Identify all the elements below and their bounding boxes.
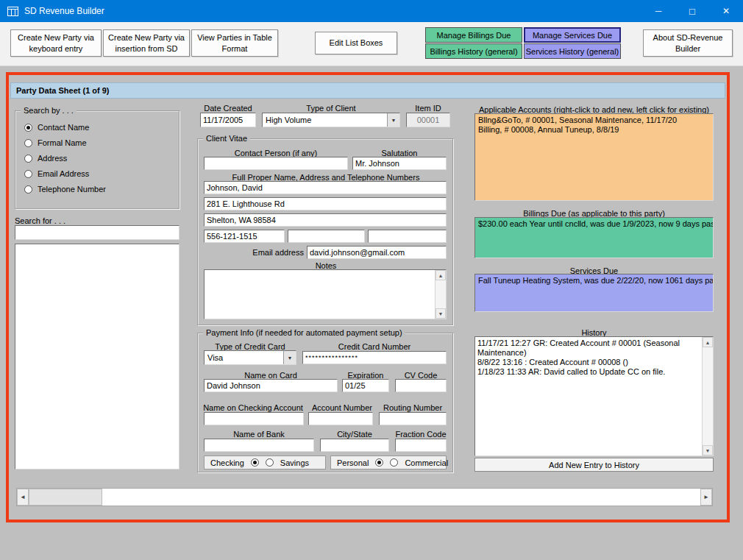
- formal-name-field[interactable]: [204, 181, 447, 194]
- contact-person-field[interactable]: [204, 157, 348, 170]
- name-on-card-field[interactable]: [204, 379, 338, 392]
- email-field[interactable]: [307, 246, 447, 259]
- billings-due-listbox[interactable]: $230.00 each Year until cnclld, was due …: [474, 217, 714, 258]
- cc-number-label: Credit Card Number: [302, 342, 447, 351]
- search-for-label: Search for . . .: [15, 216, 65, 225]
- window-controls: ─ □ ✕: [641, 0, 743, 22]
- cv-code-field[interactable]: [395, 379, 447, 392]
- create-party-sd-button[interactable]: Create New Party via insertion from SD: [103, 29, 190, 57]
- search-by-contact-name-radio[interactable]: Contact Name: [24, 123, 89, 132]
- party-data-sheet-panel: Party Data Sheet (1 of 9) Search by . . …: [6, 72, 730, 522]
- bank-name-field[interactable]: [204, 439, 314, 452]
- app-window: SD Revenue Builder ─ □ ✕ Create New Part…: [0, 0, 743, 560]
- billings-history-button[interactable]: Billings History (general): [425, 43, 522, 59]
- account-list-item[interactable]: Bllng&GoTo, # 00001, Seasonal Maintenanc…: [478, 116, 710, 125]
- search-by-group: Search by . . . Contact Name Formal Name…: [15, 110, 179, 209]
- notes-scrollbar[interactable]: ▲ ▼: [435, 270, 446, 319]
- scrollbar-track[interactable]: [102, 489, 700, 506]
- services-history-button[interactable]: Services History (general): [524, 43, 621, 59]
- history-listbox[interactable]: 11/17/21 12:27 GR: Created Account # 000…: [474, 336, 714, 456]
- radio-label: Contact Name: [38, 123, 89, 132]
- checking-name-field[interactable]: [204, 412, 304, 425]
- services-due-listbox[interactable]: Fall Tuneup Heating System, was due 2/22…: [474, 274, 714, 312]
- view-parties-table-button[interactable]: View Parties in Table Format: [191, 29, 278, 57]
- checking-label: Checking: [210, 458, 244, 467]
- scroll-track[interactable]: [703, 347, 713, 445]
- type-of-client-select[interactable]: High Volume ▼: [262, 113, 400, 127]
- search-by-formal-name-radio[interactable]: Formal Name: [24, 138, 87, 147]
- scroll-track[interactable]: [436, 280, 446, 308]
- chevron-down-icon[interactable]: ▼: [283, 351, 296, 364]
- routing-number-label: Routing Number: [379, 403, 447, 412]
- routing-number-field[interactable]: [379, 412, 447, 425]
- history-scrollbar[interactable]: ▲ ▼: [702, 337, 713, 456]
- city-state-field[interactable]: [320, 439, 389, 452]
- add-history-entry-button[interactable]: Add New Entry to History: [474, 458, 714, 472]
- date-created-field[interactable]: [200, 113, 256, 127]
- checking-name-label: Name on Checking Account: [198, 403, 308, 412]
- email-label: Email address: [242, 248, 304, 257]
- search-by-email-radio[interactable]: Email Address: [24, 169, 89, 178]
- radio-label: Address: [38, 154, 67, 163]
- date-created-label: Date Created: [200, 104, 256, 113]
- maximize-icon: □: [689, 6, 695, 17]
- radio-icon: [24, 155, 32, 163]
- scroll-down-icon[interactable]: ▼: [436, 308, 446, 319]
- search-results-listbox[interactable]: [15, 244, 179, 469]
- cc-number-field[interactable]: [302, 351, 447, 364]
- radio-icon: [24, 185, 32, 194]
- phone1-field[interactable]: [204, 230, 285, 243]
- type-of-client-value: High Volume: [263, 116, 387, 124]
- edit-list-boxes-button[interactable]: Edit List Boxes: [315, 32, 397, 54]
- service-due-item[interactable]: Fall Tuneup Heating System, was due 2/22…: [478, 276, 710, 286]
- history-item[interactable]: 11/17/21 12:27 GR: Created Account # 000…: [477, 339, 700, 358]
- search-input[interactable]: [15, 225, 179, 240]
- type-of-client-label: Type of Client: [262, 104, 400, 113]
- scrollbar-thumb[interactable]: [29, 489, 102, 506]
- maximize-button[interactable]: □: [675, 0, 709, 22]
- fraction-code-field[interactable]: [395, 439, 447, 452]
- cc-type-select[interactable]: Visa ▼: [204, 350, 296, 365]
- address-line2-field[interactable]: [204, 213, 447, 227]
- radio-label: Formal Name: [38, 138, 87, 147]
- checking-radio[interactable]: [251, 458, 259, 467]
- personal-radio[interactable]: [375, 458, 383, 467]
- commercial-radio[interactable]: [390, 458, 398, 467]
- history-items: 11/17/21 12:27 GR: Created Account # 000…: [475, 337, 702, 456]
- expiration-field[interactable]: [342, 379, 389, 392]
- minimize-button[interactable]: ─: [641, 0, 675, 22]
- history-item[interactable]: 8/8/22 13:16 : Created Account # 00008 (…: [477, 358, 700, 367]
- scroll-left-icon[interactable]: ◄: [17, 489, 29, 506]
- scroll-down-icon[interactable]: ▼: [703, 445, 713, 456]
- manage-billings-due-button[interactable]: Manage Billings Due: [425, 27, 522, 43]
- applicable-accounts-listbox[interactable]: Bllng&GoTo, # 00001, Seasonal Maintenanc…: [474, 113, 714, 201]
- city-state-label: City/State: [320, 430, 389, 439]
- account-number-field[interactable]: [308, 412, 373, 425]
- personal-commercial-toggle: Personal Commercial: [330, 456, 447, 469]
- scroll-up-icon[interactable]: ▲: [436, 270, 446, 280]
- notes-input[interactable]: ▲ ▼: [204, 269, 447, 319]
- about-button[interactable]: About SD-Revenue Builder: [643, 29, 733, 57]
- search-by-address-radio[interactable]: Address: [24, 154, 67, 163]
- chevron-down-icon[interactable]: ▼: [387, 113, 399, 127]
- create-party-keyboard-button[interactable]: Create New Party via keyboard entry: [10, 29, 102, 57]
- manage-services-due-button[interactable]: Manage Services Due: [524, 27, 621, 43]
- address-line1-field[interactable]: [204, 197, 447, 210]
- sheet-header: Party Data Sheet (1 of 9): [10, 82, 725, 99]
- radio-label: Email Address: [38, 169, 89, 178]
- history-item[interactable]: 1/18/23 11:33 AR: David called to Update…: [477, 367, 700, 377]
- account-number-label: Account Number: [307, 403, 377, 412]
- salutation-field[interactable]: [352, 157, 447, 170]
- close-button[interactable]: ✕: [709, 0, 743, 22]
- savings-radio[interactable]: [266, 458, 274, 467]
- savings-label: Savings: [280, 458, 309, 467]
- scroll-right-icon[interactable]: ►: [700, 489, 712, 506]
- account-list-item[interactable]: Billing, # 00008, Annual Tuneup, 8/8/19: [478, 125, 710, 135]
- billing-due-item[interactable]: $230.00 each Year until cnclld, was due …: [478, 219, 710, 229]
- phone3-field[interactable]: [368, 230, 447, 243]
- scroll-up-icon[interactable]: ▲: [703, 337, 713, 347]
- phone2-field[interactable]: [288, 230, 365, 243]
- client-vitae-group: Client Vitae Contact Person (if any) Sal…: [197, 138, 453, 325]
- horizontal-scrollbar[interactable]: ◄ ►: [16, 488, 713, 506]
- search-by-telephone-radio[interactable]: Telephone Number: [24, 185, 106, 194]
